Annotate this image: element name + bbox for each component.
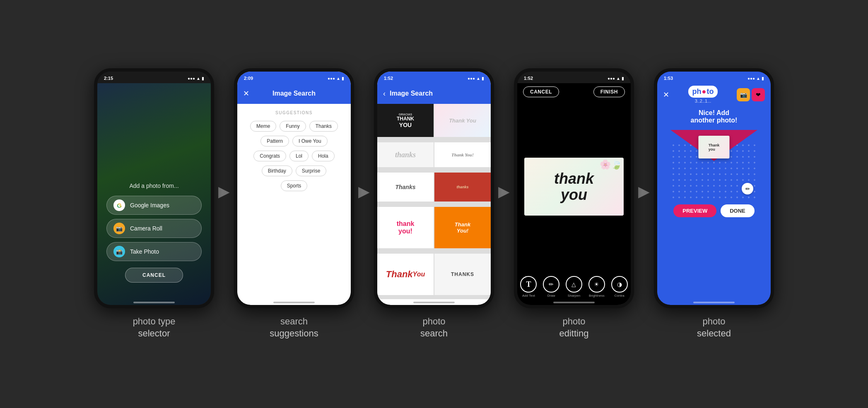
suggestion-row-5: Sports [243,180,345,191]
image-search-header-2: ✕ Image Search [237,83,351,104]
grid-cell-2[interactable]: Thank You [434,104,491,137]
grid-cell-7[interactable]: thankyou! [377,207,434,248]
step-1-wrapper: 2:15 ●●● ▲ ▮ Add a photo from... G Googl… [94,68,214,339]
arrow-3: ▶ [498,183,510,225]
chip-ioweyou[interactable]: I Owe You [292,136,328,146]
step-label-3: photosearch [420,316,448,339]
add-text-icon: T [520,276,537,293]
grid-cell-1[interactable]: GRACIAS THANK YOU [377,104,434,137]
flow-container: 2:15 ●●● ▲ ▮ Add a photo from... G Googl… [77,60,791,348]
notch-5 [697,72,731,79]
arrow-2: ▶ [358,183,370,225]
google-images-btn[interactable]: G Google Images [106,196,202,215]
cancel-edit-btn[interactable]: CANCEL [523,86,559,97]
take-photo-label: Take Photo [130,248,159,255]
notch-4 [557,72,591,79]
step-2-wrapper: 2:09 ●●● ▲ ▮ ✕ Image Search SUGGESTIONS … [234,68,354,339]
chip-surprise[interactable]: Surprise [296,166,327,176]
arrow-4: ▶ [638,183,650,225]
status-time-4: 1:52 [524,76,533,81]
brightness-tool[interactable]: ☀ Brightness [588,276,605,298]
edit-topbar: CANCEL FINISH [517,83,631,101]
sharpen-label: Sharpen [568,294,580,298]
done-button[interactable]: DONE [721,204,755,217]
chip-funny[interactable]: Funny [280,121,306,132]
chip-sports[interactable]: Sports [281,180,308,191]
status-icons-1: ●●● ▲ ▮ [188,76,204,81]
header-title-3: Image Search [390,90,433,97]
camera-roll-label: Camera Roll [130,225,162,232]
floral-decoration: 🌸🍃 [600,159,622,170]
chip-meme[interactable]: Meme [250,121,276,132]
cancel-button-1[interactable]: CANCEL [125,268,183,283]
suggestion-row-1: Meme Funny Thanks [243,121,345,132]
chip-hola[interactable]: Hola [312,151,335,161]
finish-edit-btn[interactable]: FINISH [593,86,625,97]
notch-2 [277,72,311,79]
action-buttons: PREVIEW DONE [664,204,764,217]
take-photo-icon: 📸 [113,246,125,257]
close-icon-2[interactable]: ✕ [243,89,249,98]
status-time-3: 1:52 [384,76,393,81]
phone-4-frame: 1:52 ●●● ▲ ▮ CANCEL FINISH 🌸🍃 [514,68,634,308]
grid-cell-6[interactable]: thanks [434,173,491,202]
add-text-tool[interactable]: T Add Text [520,276,537,298]
status-time-2: 2:09 [244,76,253,81]
status-icons-5: ●●● ▲ ▮ [747,76,764,81]
phone-3-frame: 1:52 ●●● ▲ ▮ ‹ Image Search GRACIAS THAN [374,68,494,308]
back-icon-3[interactable]: ‹ [383,89,386,98]
preview-button[interactable]: PREVIEW [673,204,716,217]
grid-cell-5[interactable]: Thanks [377,173,434,202]
grid-cell-10[interactable]: THANKS [434,254,491,295]
envelope-area: Thankyou ✏ [670,130,757,200]
sharpen-tool[interactable]: △ Sharpen [566,276,582,298]
chip-birthday[interactable]: Birthday [262,166,292,176]
brightness-icon: ☀ [588,276,605,293]
status-time-5: 1:53 [664,76,673,81]
draw-icon: ✏ [543,276,559,293]
camera-roll-btn[interactable]: 📷 Camera Roll [106,219,202,238]
photo-prompt: Add a photo from... [129,182,178,189]
phone-3-screen: 1:52 ●●● ▲ ▮ ‹ Image Search GRACIAS THAN [377,72,491,305]
close-icon-5[interactable]: ✕ [663,90,669,99]
chip-thanks[interactable]: Thanks [309,121,338,132]
take-photo-btn[interactable]: 📸 Take Photo [106,242,202,261]
grid-cell-9[interactable]: ThankYou [377,254,434,295]
camera-roll-icon: 📷 [113,223,125,234]
app-icon-1: 📷 [737,88,750,101]
header-title-2: Image Search [272,90,316,97]
phone-2-frame: 2:09 ●●● ▲ ▮ ✕ Image Search SUGGESTIONS … [234,68,354,308]
photo-selector-content: Add a photo from... G Google Images 📷 Ca… [97,83,211,299]
status-icons-3: ●●● ▲ ▮ [468,76,484,81]
suggestion-row-2: Pattern I Owe You [243,136,345,146]
notch-3 [417,72,451,79]
nice-message: Nice! Add another photo! [691,109,738,124]
chip-congrats[interactable]: Congrats [253,151,286,161]
chip-lol[interactable]: Lol [289,151,309,161]
brightness-label: Brightness [589,294,605,298]
add-text-label: Add Text [522,294,535,298]
suggestion-row-4: Birthday Surprise [243,166,345,176]
grid-cell-3[interactable]: thanks [377,142,434,167]
draw-tool[interactable]: ✏ Draw [543,276,559,298]
status-time-1: 2:15 [104,76,113,81]
step-4-wrapper: 1:52 ●●● ▲ ▮ CANCEL FINISH 🌸🍃 [514,68,634,339]
home-indicator-3 [413,302,455,303]
arrow-1: ▶ [218,183,230,225]
contrast-tool[interactable]: ◑ Contra [611,276,628,298]
step-5-wrapper: 1:53 ●●● ▲ ▮ ✕ ph●to 3..2..1... [654,68,774,339]
step-label-1: photo typeselector [133,316,176,339]
grid-cell-8[interactable]: ThankYou! [434,207,491,248]
contrast-icon: ◑ [611,276,628,293]
home-indicator-1 [133,302,175,303]
selected-content: Nice! Add another photo! Thankyou ✏ [657,106,771,299]
grid-cell-4[interactable]: Thank You! [434,142,491,167]
phone-1-screen: 2:15 ●●● ▲ ▮ Add a photo from... G Googl… [97,72,211,305]
home-indicator-5 [693,302,735,303]
app-icon-2: ❤ [752,88,765,101]
step-label-5: photoselected [697,316,731,339]
chip-pattern[interactable]: Pattern [260,136,289,146]
google-images-label: Google Images [130,202,169,209]
status-icons-2: ●●● ▲ ▮ [328,76,344,81]
countdown-text: 3..2..1... [695,98,711,103]
